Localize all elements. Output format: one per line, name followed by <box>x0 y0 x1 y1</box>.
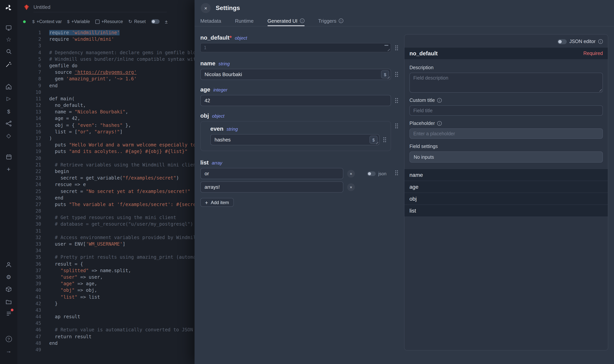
code-line[interactable]: 33 user = ENV['WM_USERNAME'] <box>17 241 195 247</box>
code-line[interactable]: 10 <box>17 89 195 95</box>
code-line[interactable]: 25 secret = "No secret yet at f/examples… <box>17 188 195 195</box>
placeholder-input[interactable] <box>413 131 599 136</box>
field-settings-select[interactable]: No inputs <box>409 151 603 163</box>
insert-variable-dollar-button[interactable] <box>369 136 378 144</box>
code-line[interactable]: 16 list = ["or", "arrays!"] <box>17 129 195 135</box>
code-line[interactable]: 34 <box>17 247 195 254</box>
code-editor[interactable]: 1require 'windmill/inline'2require 'wind… <box>17 28 195 364</box>
home-icon[interactable] <box>4 82 13 91</box>
age-input[interactable] <box>205 98 387 104</box>
add-context-var-button[interactable]: +Context var <box>32 19 62 24</box>
field-row-obj[interactable]: obj <box>405 193 608 205</box>
schedules-calendar-icon[interactable] <box>4 152 13 161</box>
logs-list-icon[interactable] <box>4 309 13 318</box>
drag-handle[interactable] <box>395 98 398 104</box>
windmill-logo-icon[interactable] <box>4 3 13 12</box>
code-line[interactable]: 19 puts "and its acolytes.. #{age} #{obj… <box>17 149 195 155</box>
code-line[interactable]: 3 <box>17 43 195 49</box>
code-line[interactable]: 44 ap result <box>17 314 195 320</box>
code-line[interactable]: 41 "list" => list <box>17 294 195 300</box>
object-json-editor[interactable]: 1 <box>200 43 391 52</box>
package-icon[interactable] <box>4 285 13 294</box>
description-textarea[interactable] <box>410 73 602 92</box>
settings-gear-icon[interactable] <box>4 272 13 281</box>
field-row-name[interactable]: name <box>405 169 608 181</box>
code-line[interactable]: 29 # Get typed resources using the mini … <box>17 215 195 221</box>
drag-handle[interactable] <box>395 123 398 129</box>
add-plus-icon[interactable] <box>4 165 13 174</box>
code-line[interactable]: 49 <box>17 347 195 353</box>
remove-item-icon[interactable] <box>347 183 355 191</box>
code-line[interactable]: 45 <box>17 320 195 327</box>
magic-wand-icon[interactable] <box>4 60 13 69</box>
code-line[interactable]: 46 # Return value is automatically conve… <box>17 327 195 333</box>
code-line[interactable]: 2require 'windmill/mini' <box>17 36 195 43</box>
custom-title-input[interactable] <box>413 108 599 113</box>
list-item-input[interactable] <box>205 171 339 176</box>
code-line[interactable]: 42 } <box>17 300 195 307</box>
collapse-sidebar-arrow-icon[interactable] <box>4 346 13 355</box>
drag-handle[interactable] <box>395 71 398 77</box>
code-line[interactable]: 23 secret = get_variable("f/examples/sec… <box>17 175 195 182</box>
flows-graph-icon[interactable] <box>4 119 13 128</box>
variables-dollar-icon[interactable] <box>4 107 13 116</box>
drag-handle[interactable] <box>383 137 386 143</box>
user-icon[interactable] <box>4 260 13 269</box>
code-line[interactable]: 6gemfile do <box>17 63 195 69</box>
add-resource-button[interactable]: +Resource <box>95 19 123 24</box>
json-toggle[interactable] <box>367 171 376 176</box>
diff-plusminus-icon[interactable] <box>165 18 168 25</box>
code-line[interactable]: 11def main( <box>17 96 195 102</box>
code-line[interactable]: 38 "user" => user, <box>17 274 195 281</box>
code-line[interactable]: 27 puts "The variable at 'f/examples/sec… <box>17 201 195 208</box>
code-line[interactable]: 17) <box>17 135 195 142</box>
favorites-star-icon[interactable] <box>4 35 13 44</box>
monitor-icon[interactable] <box>4 23 13 32</box>
apps-diamond-icon[interactable] <box>4 131 13 140</box>
code-line[interactable]: 4# Dependency management: declare gems i… <box>17 49 195 56</box>
code-line[interactable]: 18 puts "Hello World and a warm welcome … <box>17 142 195 148</box>
info-icon[interactable] <box>437 98 442 103</box>
drag-handle[interactable] <box>395 170 398 176</box>
code-line[interactable]: 28 <box>17 208 195 214</box>
tab-runtime[interactable]: Runtime <box>235 16 254 26</box>
code-line[interactable]: 40 "obj" => obj, <box>17 287 195 294</box>
reset-button[interactable]: Reset <box>128 19 146 24</box>
code-line[interactable]: 32 # Access environment variables provid… <box>17 234 195 241</box>
editor-toggle[interactable] <box>151 19 159 24</box>
field-row-list[interactable]: list <box>405 205 608 217</box>
list-item-input[interactable] <box>205 184 339 190</box>
help-icon[interactable] <box>4 334 13 344</box>
code-line[interactable]: 7 source 'https://rubygems.org' <box>17 69 195 76</box>
code-line[interactable]: 20 <box>17 155 195 162</box>
code-line[interactable]: 9end <box>17 82 195 89</box>
code-line[interactable]: 1require 'windmill/inline' <box>17 30 195 36</box>
tab-metadata[interactable]: Metadata <box>200 16 221 26</box>
resize-corner[interactable] <box>387 48 390 51</box>
collapse-editor-icon[interactable] <box>384 45 388 46</box>
name-input[interactable] <box>205 71 387 77</box>
add-variable-button[interactable]: +Variable <box>67 19 90 24</box>
drag-handle[interactable] <box>395 45 398 51</box>
code-line[interactable]: 22 begin <box>17 168 195 175</box>
code-line[interactable]: 47 return result <box>17 333 195 340</box>
folder-icon[interactable] <box>4 297 13 306</box>
code-line[interactable]: 31 <box>17 228 195 234</box>
tab-generated-ui[interactable]: Generated UI <box>267 16 304 26</box>
code-line[interactable]: 48end <box>17 340 195 347</box>
code-line[interactable]: 26 end <box>17 195 195 201</box>
script-title-input[interactable]: Untitled <box>33 2 167 12</box>
info-icon[interactable] <box>339 18 343 23</box>
selected-field-row-no-default[interactable]: no_default Required <box>405 48 608 59</box>
code-line[interactable]: 37 "splitted" => name.split, <box>17 268 195 274</box>
code-line[interactable]: 5# Windmill uses bundler/inline compatib… <box>17 56 195 63</box>
code-line[interactable]: 30 # database = get_resource("u/user/my_… <box>17 221 195 228</box>
code-line[interactable]: 43 <box>17 307 195 314</box>
field-row-age[interactable]: age <box>405 181 608 193</box>
code-line[interactable]: 8 gem 'amazing_print', '~> 1.6' <box>17 76 195 82</box>
code-line[interactable]: 35 # Pretty print results using amazing_… <box>17 254 195 261</box>
code-line[interactable]: 12 no_default, <box>17 102 195 109</box>
remove-item-icon[interactable] <box>347 170 355 177</box>
code-line[interactable]: 24 rescue => e <box>17 182 195 188</box>
code-line[interactable]: 13 name = "Nicolas Bourbaki", <box>17 109 195 116</box>
